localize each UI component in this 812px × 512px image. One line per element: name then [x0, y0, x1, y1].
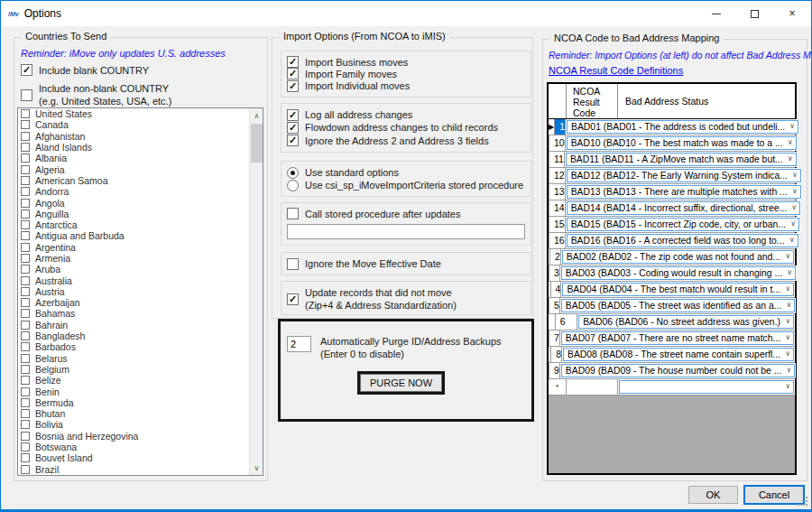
code-cell[interactable]: 7: [549, 330, 560, 346]
country-list-item[interactable]: Algeria: [18, 163, 249, 174]
country-list-item[interactable]: Afghanistan: [18, 131, 249, 142]
country-list-item[interactable]: Bangladesh: [18, 330, 249, 341]
bad-address-status-dropdown[interactable]: BAD06 (BAD06 - No street address was giv…: [578, 315, 794, 329]
bad-address-status-dropdown[interactable]: BAD05 (BAD05 - The street was identified…: [561, 299, 796, 312]
code-cell[interactable]: 16: [549, 233, 566, 248]
country-list-item[interactable]: Belize: [18, 375, 249, 386]
bad-address-status-dropdown[interactable]: BAD11 (BAD11 - A ZipMove match was made …: [566, 153, 797, 166]
ignore-move-effective-date-checkbox[interactable]: ✓ Ignore the Move Effective Date: [287, 258, 525, 270]
row-selector[interactable]: [549, 314, 556, 330]
bad-address-status-dropdown[interactable]: BAD15 (BAD15 - Incorrect Zip code, city,…: [567, 218, 799, 231]
minimize-button[interactable]: [697, 1, 735, 26]
scrollbar-thumb[interactable]: [251, 124, 263, 163]
country-list-item[interactable]: Belarus: [18, 353, 249, 364]
country-list-item[interactable]: Armenia: [18, 253, 249, 264]
country-list-item[interactable]: Botswana: [18, 442, 249, 452]
bad-address-status-dropdown[interactable]: BAD07 (BAD07 - There are no street name …: [561, 331, 794, 345]
code-cell[interactable]: [567, 379, 618, 395]
country-list-item[interactable]: Belgium: [18, 364, 249, 375]
method-radio[interactable]: Use csi_sp_iMoveImportCriteria stored pr…: [287, 180, 525, 191]
code-cell[interactable]: 10: [549, 135, 566, 151]
code-cell[interactable]: 8: [551, 347, 562, 362]
move-option-checkbox[interactable]: ✓ Import Individual moves: [287, 80, 525, 92]
country-list-item[interactable]: Andorra: [18, 186, 249, 197]
address-option-checkbox[interactable]: ✓ Flowdown address changes to child reco…: [287, 122, 525, 134]
move-option-checkbox[interactable]: ✓ Import Business moves: [287, 56, 525, 68]
country-list-item[interactable]: Aruba: [18, 264, 249, 275]
row-selector[interactable]: *: [549, 379, 567, 395]
purge-days-input[interactable]: [287, 336, 311, 352]
country-list-item[interactable]: Canada: [18, 119, 249, 130]
purge-button-highlight: PURGE NOW: [357, 371, 445, 395]
country-list-item[interactable]: Bhutan: [18, 408, 249, 419]
country-list-item[interactable]: Anguilla: [18, 209, 249, 219]
update-records-no-move-checkbox[interactable]: ✓ Update records that did not move (Zip+…: [287, 286, 525, 312]
scroll-down-icon[interactable]: ∨: [250, 461, 263, 475]
scroll-up-icon[interactable]: ∧: [250, 108, 263, 123]
bad-address-status-dropdown[interactable]: BAD01 (BAD01 - The address is coded but …: [567, 120, 798, 134]
ok-button[interactable]: OK: [688, 486, 738, 504]
bad-address-status-dropdown[interactable]: ∨: [619, 380, 794, 394]
code-cell[interactable]: 5: [549, 298, 560, 313]
country-list-item[interactable]: Aland Islands: [18, 142, 249, 153]
country-list-item[interactable]: Antigua and Barbuda: [18, 230, 249, 241]
close-button[interactable]: ×: [773, 1, 811, 26]
country-list-item[interactable]: Bosnia and Herzegovina: [18, 431, 249, 442]
code-cell[interactable]: 4: [551, 282, 562, 297]
include-nonblank-country-checkbox[interactable]: ✓ Include non-blank COUNTRY (e.g. United…: [21, 82, 171, 107]
country-list-item[interactable]: Barbados: [18, 341, 249, 352]
code-cell[interactable]: 9: [549, 363, 560, 378]
address-option-checkbox[interactable]: ✓ Ignore the Address 2 and Address 3 fie…: [287, 135, 525, 146]
country-list-item[interactable]: Bermuda: [18, 397, 249, 408]
maximize-button[interactable]: [735, 1, 773, 26]
country-list-item[interactable]: Azerbaijan: [18, 297, 249, 308]
ncoa-result-code-definitions-link[interactable]: NCOA Result Code Definitions: [549, 65, 683, 76]
code-cell[interactable]: 1: [555, 119, 566, 135]
country-list-item[interactable]: Bahamas: [18, 308, 249, 319]
stored-procedure-input[interactable]: [287, 224, 525, 239]
bad-address-status-dropdown[interactable]: BAD12 (BAD12- The Early Warning System i…: [567, 169, 801, 182]
country-list-item[interactable]: Bouvet Island: [18, 452, 249, 463]
code-cell[interactable]: 14: [549, 200, 566, 216]
country-list-item[interactable]: Brazil: [18, 464, 249, 475]
code-cell[interactable]: 3: [549, 265, 560, 281]
resize-grip-icon[interactable]: [806, 504, 807, 506]
code-cell[interactable]: 12: [549, 168, 566, 183]
code-cell[interactable]: 13: [549, 184, 566, 200]
country-list-item[interactable]: Bahrain: [18, 320, 249, 330]
bad-address-status-dropdown[interactable]: BAD02 (BAD02 - The zip code was not foun…: [562, 250, 794, 264]
country-list-item[interactable]: Argentina: [18, 242, 249, 253]
purge-now-button[interactable]: PURGE NOW: [360, 374, 442, 392]
bad-address-status-dropdown[interactable]: BAD08 (BAD08 - The street name contain s…: [563, 348, 794, 361]
move-option-checkbox[interactable]: ✓ Import Family moves: [287, 68, 525, 79]
country-list-item[interactable]: Benin: [18, 386, 249, 396]
bad-address-status-dropdown[interactable]: BAD04 (BAD04 - The best match would resu…: [562, 283, 794, 296]
country-list-item[interactable]: Antarctica: [18, 219, 249, 230]
code-cell[interactable]: 6: [556, 314, 577, 330]
address-option-checkbox[interactable]: ✓ Log all address changes: [287, 109, 525, 121]
bad-address-status-dropdown[interactable]: BAD14 (BAD14 - Incorrect suffix, directi…: [567, 201, 800, 215]
row-selector[interactable]: ▶: [549, 119, 555, 135]
country-list-item[interactable]: Bolivia: [18, 419, 249, 430]
country-list-item[interactable]: Australia: [18, 275, 249, 285]
call-stored-procedure-checkbox[interactable]: ✓ Call stored procedure after updates: [287, 208, 525, 219]
bad-address-status-dropdown[interactable]: BAD13 (BAD13 - There are multiple matche…: [567, 185, 801, 199]
bad-address-status-dropdown[interactable]: BAD03 (BAD03 - Coding would result in ch…: [561, 266, 796, 280]
bad-address-status-dropdown[interactable]: BAD09 (BAD09 - The house number could no…: [561, 364, 796, 377]
bad-address-status-dropdown[interactable]: BAD10 (BAD10 - The best match was made t…: [567, 136, 797, 150]
checkbox-icon: [21, 132, 30, 141]
country-list-item[interactable]: Austria: [18, 286, 249, 297]
cancel-button[interactable]: Cancel: [743, 485, 805, 505]
grid-row: 5 BAD05 (BAD05 - The street was identifi…: [549, 298, 795, 314]
include-blank-country-checkbox[interactable]: ✓ Include blank COUNTRY: [21, 64, 149, 76]
code-cell[interactable]: 2: [550, 249, 561, 265]
country-list-item[interactable]: Angola: [18, 197, 249, 208]
bad-address-status-dropdown[interactable]: BAD16 (BAD16 - A corrected field was too…: [567, 234, 798, 247]
country-list-item[interactable]: United States: [18, 108, 249, 119]
code-cell[interactable]: 11: [549, 152, 565, 167]
country-list-item[interactable]: Albania: [18, 153, 249, 163]
country-list-item[interactable]: American Samoa: [18, 175, 249, 186]
country-list-scrollbar[interactable]: ∧ ∨: [249, 108, 263, 475]
code-cell[interactable]: 15: [549, 217, 566, 232]
method-radio[interactable]: Use standard options: [287, 167, 525, 179]
